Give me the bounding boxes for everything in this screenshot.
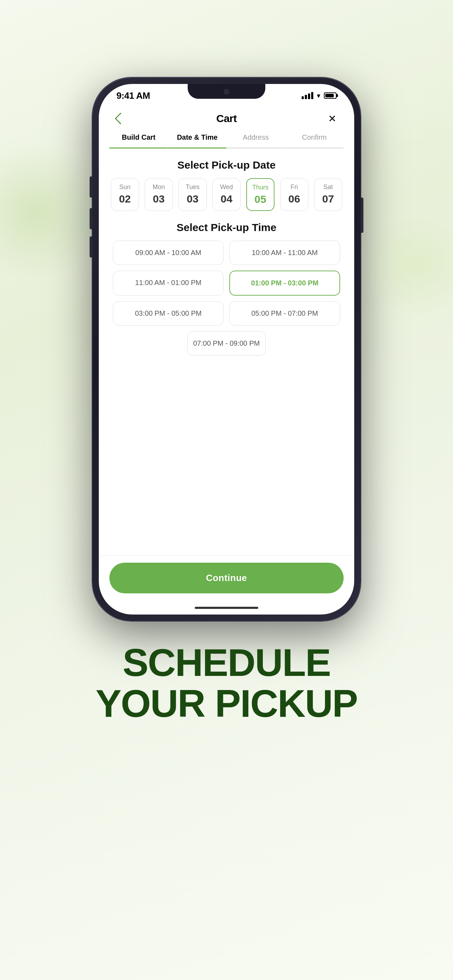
home-bar <box>195 607 258 609</box>
time-slot-1[interactable]: 10:00 AM - 11:00 AM <box>229 240 340 265</box>
close-button[interactable]: ✕ <box>324 111 340 126</box>
back-button[interactable] <box>113 111 129 126</box>
date-picker-section: Select Pick-up Date Sun 02 Mon 03 Tues 0… <box>113 159 340 211</box>
tab-build-cart-underline <box>110 148 168 148</box>
camera <box>224 89 229 95</box>
tab-date-time-label: Date & Time <box>177 134 217 142</box>
tab-confirm-label: Confirm <box>302 134 327 142</box>
date-cell-sat[interactable]: Sat 07 <box>314 178 342 211</box>
time-grid: 09:00 AM - 10:00 AM10:00 AM - 11:00 AM11… <box>113 240 340 356</box>
day-num: 05 <box>254 193 266 205</box>
tab-address-label: Address <box>243 134 269 142</box>
home-indicator <box>99 604 354 614</box>
tab-address-underline <box>227 148 285 148</box>
page-title: Cart <box>216 113 237 124</box>
time-slot-0[interactable]: 09:00 AM - 10:00 AM <box>113 240 224 265</box>
time-slot-5[interactable]: 05:00 PM - 07:00 PM <box>229 301 340 326</box>
day-num: 06 <box>288 193 300 205</box>
day-num: 03 <box>187 193 198 205</box>
notch <box>188 84 265 99</box>
date-cell-thurs[interactable]: Thurs 05 <box>246 178 275 211</box>
back-arrow-icon <box>114 113 127 124</box>
day-name: Mon <box>153 183 165 191</box>
day-name: Fri <box>291 183 298 191</box>
tab-date-time[interactable]: Date & Time <box>168 134 227 148</box>
time-slot-6[interactable]: 07:00 PM - 09:00 PM <box>188 331 266 356</box>
day-num: 04 <box>221 193 232 205</box>
tagline-line2: YOUR PICKUP <box>95 683 358 724</box>
tab-confirm-underline <box>285 148 343 148</box>
time-slot-2[interactable]: 11:00 AM - 01:00 PM <box>113 270 224 296</box>
day-name: Wed <box>220 183 233 191</box>
close-icon: ✕ <box>328 113 336 124</box>
continue-button[interactable]: Continue <box>110 563 343 593</box>
date-section-title: Select Pick-up Date <box>113 159 340 171</box>
dates-row: Sun 02 Mon 03 Tues 03 Wed 04 Thurs 05 Fr… <box>113 178 340 211</box>
status-time: 9:41 AM <box>116 90 150 101</box>
app-content: Select Pick-up Date Sun 02 Mon 03 Tues 0… <box>99 152 354 555</box>
date-cell-wed[interactable]: Wed 04 <box>212 178 241 211</box>
app-header: Cart ✕ <box>99 104 354 134</box>
date-cell-tues[interactable]: Tues 03 <box>178 178 207 211</box>
progress-tabs: Build Cart Date & Time Address Confirm <box>99 134 354 148</box>
day-name: Sat <box>323 183 333 191</box>
tab-build-cart-label: Build Cart <box>122 134 156 142</box>
date-cell-fri[interactable]: Fri 06 <box>280 178 308 211</box>
phone-mockup: 9:41 AM ▾ Cart ✕ Build <box>92 78 361 621</box>
day-name: Tues <box>186 183 199 191</box>
day-name: Thurs <box>252 184 269 191</box>
tab-address[interactable]: Address <box>227 134 285 148</box>
date-cell-sun[interactable]: Sun 02 <box>111 178 139 211</box>
tab-date-time-underline <box>168 148 227 148</box>
time-slot-4[interactable]: 03:00 PM - 05:00 PM <box>113 301 224 326</box>
day-num: 02 <box>119 193 130 205</box>
day-num: 07 <box>322 193 334 205</box>
tab-confirm[interactable]: Confirm <box>285 134 343 148</box>
tagline-section: SCHEDULE YOUR PICKUP <box>95 642 358 724</box>
tagline-line1: SCHEDULE <box>95 642 358 683</box>
wifi-icon: ▾ <box>317 91 320 100</box>
tab-build-cart[interactable]: Build Cart <box>110 134 168 148</box>
battery-icon <box>324 92 337 99</box>
continue-btn-area: Continue <box>99 555 354 604</box>
day-num: 03 <box>153 193 164 205</box>
signal-icon <box>302 92 313 99</box>
date-cell-mon[interactable]: Mon 03 <box>145 178 173 211</box>
time-section-title: Select Pick-up Time <box>113 221 340 234</box>
phone-screen: 9:41 AM ▾ Cart ✕ Build <box>99 84 354 614</box>
time-slot-3[interactable]: 01:00 PM - 03:00 PM <box>229 270 340 296</box>
day-name: Sun <box>119 183 130 191</box>
time-picker-section: Select Pick-up Time 09:00 AM - 10:00 AM1… <box>113 221 340 356</box>
status-icons: ▾ <box>302 91 337 100</box>
